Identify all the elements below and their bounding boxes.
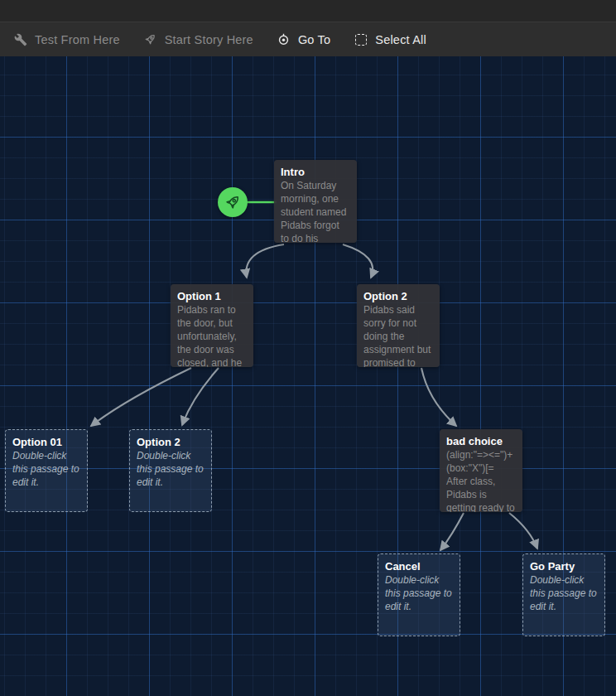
link-intro-to-option-1 <box>246 244 284 278</box>
passage-title: Cancel <box>385 559 453 573</box>
passage-title: Option 1 <box>177 289 247 303</box>
passage-excerpt: Pidabs said sorry for not doing the assi… <box>363 303 433 367</box>
passage-title: Option 01 <box>12 435 80 449</box>
link-option-2-to-bad-choice <box>421 368 456 426</box>
select-all-label: Select All <box>375 33 426 46</box>
link-bad-choice-to-go-party <box>509 513 537 549</box>
go-to-button[interactable]: Go To <box>265 22 342 56</box>
story-map-canvas[interactable]: IntroOn Saturday morning, one student na… <box>0 56 616 696</box>
passage-excerpt: On Saturday morning, one student named P… <box>281 179 350 243</box>
link-option-1-to-option-01 <box>91 368 191 426</box>
passage-title: Option 2 <box>137 435 205 449</box>
passage-option-01[interactable]: Option 01Double-click this passage to ed… <box>5 429 88 512</box>
rocket-icon <box>143 32 157 46</box>
test-from-here-label: Test From Here <box>35 33 120 46</box>
go-to-target-icon <box>277 32 291 46</box>
select-all-icon <box>354 32 368 46</box>
passage-excerpt: Double-click this passage to edit it. <box>385 573 453 613</box>
link-intro-to-option-2 <box>343 244 373 278</box>
passage-title: Go Party <box>530 559 598 573</box>
passage-title: bad choice <box>446 434 516 448</box>
passage-bad-choice[interactable]: bad choice(align:"=><=")+ (box:"X")[= Af… <box>440 429 522 512</box>
passage-option-2[interactable]: Option 2Pidabs said sorry for not doing … <box>357 284 440 367</box>
passage-excerpt: (align:"=><=")+ (box:"X")[= After class,… <box>446 448 516 512</box>
passage-option-1[interactable]: Option 1Pidabs ran to the door, but unfo… <box>171 284 253 367</box>
passage-excerpt: Double-click this passage to edit it. <box>12 449 80 489</box>
passage-excerpt: Double-click this passage to edit it. <box>530 573 598 613</box>
passage-title: Intro <box>281 165 350 179</box>
start-story-rocket-badge <box>218 187 248 217</box>
test-from-here-button[interactable]: Test From Here <box>2 22 132 56</box>
window-top-bar <box>0 0 616 22</box>
wrench-icon <box>13 32 27 46</box>
start-story-here-label: Start Story Here <box>165 33 253 46</box>
link-option-1-to-option-2-bottom <box>182 368 219 425</box>
link-bad-choice-to-cancel <box>440 513 464 550</box>
passage-intro[interactable]: IntroOn Saturday morning, one student na… <box>274 160 357 243</box>
toolbar: Test From Here Start Story Here Go To Se… <box>0 22 616 56</box>
start-story-here-button[interactable]: Start Story Here <box>132 22 265 56</box>
passage-cancel[interactable]: CancelDouble-click this passage to edit … <box>378 553 460 636</box>
passage-go-party[interactable]: Go PartyDouble-click this passage to edi… <box>522 553 605 636</box>
passage-excerpt: Double-click this passage to edit it. <box>137 449 205 489</box>
passage-option-2-bottom[interactable]: Option 2Double-click this passage to edi… <box>129 429 212 512</box>
passage-title: Option 2 <box>363 289 433 303</box>
select-all-button[interactable]: Select All <box>342 22 438 56</box>
passage-excerpt: Pidabs ran to the door, but unfortunatel… <box>177 303 247 367</box>
go-to-label: Go To <box>298 33 330 46</box>
